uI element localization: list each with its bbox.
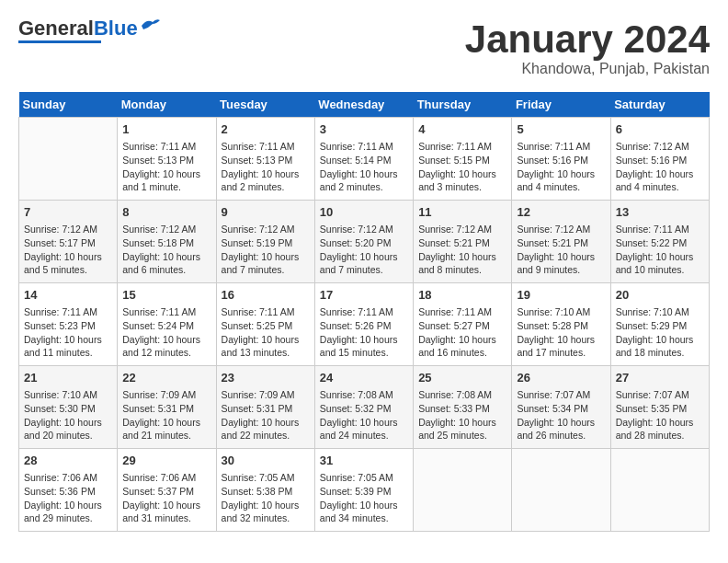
- table-row: 17Sunrise: 7:11 AM Sunset: 5:26 PM Dayli…: [314, 283, 413, 366]
- day-info: Sunrise: 7:12 AM Sunset: 5:21 PM Dayligh…: [418, 223, 506, 277]
- table-row: 31Sunrise: 7:05 AM Sunset: 5:39 PM Dayli…: [314, 449, 413, 532]
- weekday-monday: Monday: [118, 92, 216, 118]
- weekday-saturday: Saturday: [610, 92, 709, 118]
- table-row: 16Sunrise: 7:11 AM Sunset: 5:25 PM Dayli…: [216, 283, 314, 366]
- day-info: Sunrise: 7:09 AM Sunset: 5:31 PM Dayligh…: [122, 388, 210, 442]
- table-row: 25Sunrise: 7:08 AM Sunset: 5:33 PM Dayli…: [414, 366, 512, 449]
- day-number: 24: [320, 370, 408, 386]
- table-row: 11Sunrise: 7:12 AM Sunset: 5:21 PM Dayli…: [414, 201, 512, 283]
- day-number: 7: [24, 204, 112, 221]
- calendar-week-row: 28Sunrise: 7:06 AM Sunset: 5:36 PM Dayli…: [19, 449, 710, 532]
- table-row: 23Sunrise: 7:09 AM Sunset: 5:31 PM Dayli…: [216, 366, 314, 449]
- day-info: Sunrise: 7:10 AM Sunset: 5:29 PM Dayligh…: [616, 305, 704, 360]
- day-number: 22: [122, 370, 210, 386]
- day-number: 15: [122, 287, 210, 304]
- day-info: Sunrise: 7:08 AM Sunset: 5:32 PM Dayligh…: [320, 388, 408, 442]
- day-number: 27: [616, 370, 704, 386]
- day-number: 1: [122, 121, 210, 138]
- weekday-friday: Friday: [512, 92, 610, 118]
- day-number: 19: [517, 287, 605, 304]
- table-row: 2Sunrise: 7:11 AM Sunset: 5:13 PM Daylig…: [216, 118, 314, 201]
- table-row: 5Sunrise: 7:11 AM Sunset: 5:16 PM Daylig…: [512, 118, 610, 201]
- table-row: 9Sunrise: 7:12 AM Sunset: 5:19 PM Daylig…: [216, 201, 314, 283]
- day-info: Sunrise: 7:07 AM Sunset: 5:34 PM Dayligh…: [517, 388, 605, 442]
- calendar-week-row: 21Sunrise: 7:10 AM Sunset: 5:30 PM Dayli…: [19, 366, 710, 449]
- day-info: Sunrise: 7:05 AM Sunset: 5:39 PM Dayligh…: [320, 471, 408, 525]
- day-number: 12: [517, 204, 605, 221]
- day-info: Sunrise: 7:11 AM Sunset: 5:13 PM Dayligh…: [122, 140, 210, 194]
- day-number: 17: [320, 287, 408, 304]
- day-info: Sunrise: 7:11 AM Sunset: 5:15 PM Dayligh…: [418, 140, 506, 194]
- day-info: Sunrise: 7:08 AM Sunset: 5:33 PM Dayligh…: [418, 388, 506, 442]
- calendar-header: Sunday Monday Tuesday Wednesday Thursday…: [19, 92, 710, 118]
- day-number: 4: [418, 121, 506, 138]
- table-row: 8Sunrise: 7:12 AM Sunset: 5:18 PM Daylig…: [118, 201, 216, 283]
- day-number: 8: [122, 204, 210, 221]
- weekday-sunday: Sunday: [19, 92, 118, 118]
- day-info: Sunrise: 7:11 AM Sunset: 5:13 PM Dayligh…: [222, 140, 310, 194]
- table-row: 7Sunrise: 7:12 AM Sunset: 5:17 PM Daylig…: [19, 201, 118, 283]
- table-row: 29Sunrise: 7:06 AM Sunset: 5:37 PM Dayli…: [118, 449, 216, 532]
- table-row: 3Sunrise: 7:11 AM Sunset: 5:14 PM Daylig…: [314, 118, 413, 201]
- day-info: Sunrise: 7:10 AM Sunset: 5:28 PM Dayligh…: [517, 305, 605, 360]
- day-number: 14: [24, 287, 112, 304]
- day-number: 9: [222, 204, 310, 221]
- day-number: 21: [24, 370, 112, 386]
- table-row: 4Sunrise: 7:11 AM Sunset: 5:15 PM Daylig…: [414, 118, 512, 201]
- day-info: Sunrise: 7:11 AM Sunset: 5:26 PM Dayligh…: [320, 305, 408, 360]
- day-number: 10: [320, 204, 408, 221]
- logo-text: GeneralBlue: [18, 18, 138, 39]
- day-number: 28: [24, 453, 112, 469]
- table-row: 19Sunrise: 7:10 AM Sunset: 5:28 PM Dayli…: [512, 283, 610, 366]
- table-row: 6Sunrise: 7:12 AM Sunset: 5:16 PM Daylig…: [610, 118, 709, 201]
- table-row: 13Sunrise: 7:11 AM Sunset: 5:22 PM Dayli…: [610, 201, 709, 283]
- calendar-table: Sunday Monday Tuesday Wednesday Thursday…: [18, 92, 710, 532]
- day-info: Sunrise: 7:05 AM Sunset: 5:38 PM Dayligh…: [222, 471, 310, 525]
- table-row: 26Sunrise: 7:07 AM Sunset: 5:34 PM Dayli…: [512, 366, 610, 449]
- month-title: January 2024: [465, 18, 710, 61]
- day-info: Sunrise: 7:10 AM Sunset: 5:30 PM Dayligh…: [24, 388, 112, 442]
- day-info: Sunrise: 7:12 AM Sunset: 5:21 PM Dayligh…: [517, 223, 605, 277]
- day-info: Sunrise: 7:07 AM Sunset: 5:35 PM Dayligh…: [616, 388, 704, 442]
- weekday-row: Sunday Monday Tuesday Wednesday Thursday…: [19, 92, 710, 118]
- day-number: 2: [222, 121, 310, 138]
- day-info: Sunrise: 7:11 AM Sunset: 5:23 PM Dayligh…: [24, 305, 112, 360]
- table-row: 18Sunrise: 7:11 AM Sunset: 5:27 PM Dayli…: [414, 283, 512, 366]
- table-row: [610, 449, 709, 532]
- table-row: 10Sunrise: 7:12 AM Sunset: 5:20 PM Dayli…: [314, 201, 413, 283]
- day-number: 11: [418, 204, 506, 221]
- calendar-week-row: 14Sunrise: 7:11 AM Sunset: 5:23 PM Dayli…: [19, 283, 710, 366]
- day-number: 26: [517, 370, 605, 386]
- logo: GeneralBlue: [18, 18, 160, 43]
- table-row: 12Sunrise: 7:12 AM Sunset: 5:21 PM Dayli…: [512, 201, 610, 283]
- day-number: 5: [517, 121, 605, 138]
- table-row: 24Sunrise: 7:08 AM Sunset: 5:32 PM Dayli…: [314, 366, 413, 449]
- table-row: 1Sunrise: 7:11 AM Sunset: 5:13 PM Daylig…: [118, 118, 216, 201]
- day-number: 23: [222, 370, 310, 386]
- day-number: 3: [320, 121, 408, 138]
- weekday-wednesday: Wednesday: [314, 92, 413, 118]
- day-number: 25: [418, 370, 506, 386]
- day-info: Sunrise: 7:12 AM Sunset: 5:20 PM Dayligh…: [320, 223, 408, 277]
- day-info: Sunrise: 7:11 AM Sunset: 5:24 PM Dayligh…: [122, 305, 210, 360]
- table-row: 20Sunrise: 7:10 AM Sunset: 5:29 PM Dayli…: [610, 283, 709, 366]
- weekday-thursday: Thursday: [414, 92, 512, 118]
- table-row: [19, 118, 118, 201]
- calendar-week-row: 1Sunrise: 7:11 AM Sunset: 5:13 PM Daylig…: [19, 118, 710, 201]
- page-header: GeneralBlue January 2024 Khandowa, Punja…: [18, 18, 710, 77]
- day-info: Sunrise: 7:11 AM Sunset: 5:22 PM Dayligh…: [616, 223, 704, 277]
- day-number: 18: [418, 287, 506, 304]
- day-info: Sunrise: 7:11 AM Sunset: 5:27 PM Dayligh…: [418, 305, 506, 360]
- table-row: 22Sunrise: 7:09 AM Sunset: 5:31 PM Dayli…: [118, 366, 216, 449]
- day-info: Sunrise: 7:06 AM Sunset: 5:37 PM Dayligh…: [122, 471, 210, 525]
- table-row: 14Sunrise: 7:11 AM Sunset: 5:23 PM Dayli…: [19, 283, 118, 366]
- day-info: Sunrise: 7:11 AM Sunset: 5:14 PM Dayligh…: [320, 140, 408, 194]
- weekday-tuesday: Tuesday: [216, 92, 314, 118]
- day-info: Sunrise: 7:09 AM Sunset: 5:31 PM Dayligh…: [222, 388, 310, 442]
- logo-underline: [18, 40, 101, 43]
- table-row: 30Sunrise: 7:05 AM Sunset: 5:38 PM Dayli…: [216, 449, 314, 532]
- day-number: 31: [320, 453, 408, 469]
- table-row: 28Sunrise: 7:06 AM Sunset: 5:36 PM Dayli…: [19, 449, 118, 532]
- table-row: 27Sunrise: 7:07 AM Sunset: 5:35 PM Dayli…: [610, 366, 709, 449]
- title-section: January 2024 Khandowa, Punjab, Pakistan: [465, 18, 710, 77]
